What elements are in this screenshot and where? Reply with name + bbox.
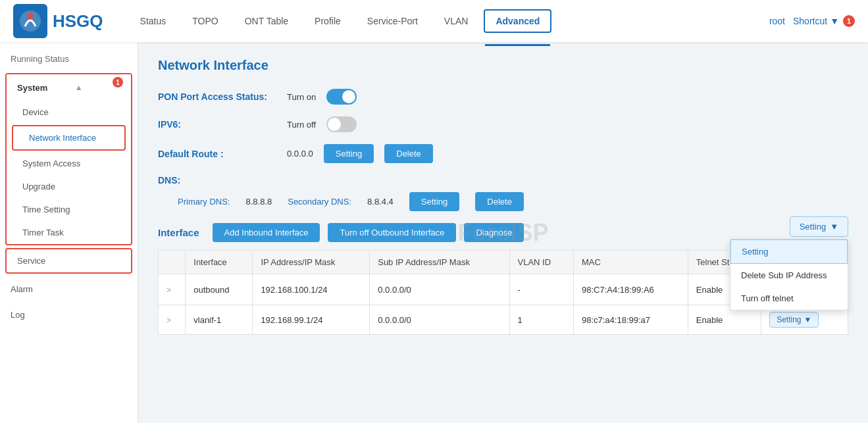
turn-off-outbound-button[interactable]: Turn off Outbound Interface xyxy=(328,223,456,242)
nav-vlan[interactable]: VLAN xyxy=(434,11,479,32)
dns-delete-button[interactable]: Delete xyxy=(475,192,524,211)
row2-chevron-icon: ▼ xyxy=(804,315,812,324)
setting-dropdown-container: Setting ▼ Setting Delete Sub IP Address … xyxy=(790,216,848,237)
pon-port-toggle[interactable] xyxy=(326,89,357,105)
primary-dns-value: 8.8.8.8 xyxy=(245,197,272,207)
main-nav: Status TOPO ONT Table Profile Service-Po… xyxy=(130,9,769,33)
sidebar-item-system-access[interactable]: System Access xyxy=(7,152,131,175)
col-expand xyxy=(159,251,186,274)
dns-section: DNS: Primary DNS: 8.8.8.8 Secondary DNS:… xyxy=(158,175,848,211)
row2-sub-ip-mask: 0.0.0.0/0 xyxy=(370,305,509,335)
dns-setting-button[interactable]: Setting xyxy=(409,192,459,211)
sidebar-item-alarm[interactable]: Alarm xyxy=(0,276,138,302)
row2-setting-label: Setting xyxy=(777,315,801,324)
row2-interface: vlanif-1 xyxy=(186,305,253,335)
add-inbound-button[interactable]: Add Inbound Interface xyxy=(213,223,320,242)
secondary-dns-label: Secondary DNS: xyxy=(288,197,351,207)
nav-topo[interactable]: TOPO xyxy=(182,11,228,32)
dropdown-item-delete-sub-ip[interactable]: Delete Sub IP Address xyxy=(730,264,848,287)
nav-service-port[interactable]: Service-Port xyxy=(357,11,428,32)
svg-point-1 xyxy=(27,12,34,19)
sidebar: Running Status System ▲ 1 Device Network… xyxy=(0,42,138,423)
shortcut-button[interactable]: Shortcut ▼ 1 xyxy=(793,15,855,27)
layout: Running Status System ▲ 1 Device Network… xyxy=(0,42,868,423)
ipv6-toggle-knob xyxy=(328,118,341,131)
primary-dns-label: Primary DNS: xyxy=(178,197,230,207)
row1-ip-mask: 192.168.100.1/24 xyxy=(253,274,370,305)
col-ip-mask: IP Address/IP Mask xyxy=(253,251,370,274)
header: HSGQ Status TOPO ONT Table Profile Servi… xyxy=(0,0,868,42)
sidebar-item-service[interactable]: Service xyxy=(5,248,132,274)
page-title: Network Interface xyxy=(158,58,848,73)
row2-mac: 98:c7:a4:18:99:a7 xyxy=(573,305,688,335)
row2-setting-button[interactable]: Setting ▼ xyxy=(769,312,819,328)
pon-port-label: PON Port Access Status: xyxy=(158,91,276,102)
setting-dropdown-label: Setting xyxy=(800,222,826,232)
interface-header: Interface Add Inbound Interface Turn off… xyxy=(158,223,848,242)
ipv6-row: IPV6: Turn off xyxy=(158,116,848,132)
sidebar-item-upgrade[interactable]: Upgrade xyxy=(7,175,131,198)
main-content: ForoISP Network Interface PON Port Acces… xyxy=(138,42,868,423)
nav-right: root Shortcut ▼ 1 xyxy=(769,15,855,27)
pon-port-value: Turn on xyxy=(287,92,316,102)
col-mac: MAC xyxy=(573,251,688,274)
nav-profile[interactable]: Profile xyxy=(304,11,351,32)
user-label: root xyxy=(769,16,785,26)
interface-label: Interface xyxy=(158,227,199,238)
default-route-setting-button[interactable]: Setting xyxy=(324,144,374,163)
col-vlan-id: VLAN ID xyxy=(509,251,573,274)
default-route-row: Default Route : 0.0.0.0 Setting Delete xyxy=(158,144,848,163)
shortcut-badge: 1 xyxy=(843,15,855,27)
system-section: System ▲ 1 Device Network Interface Syst… xyxy=(5,73,132,245)
row2-ip-mask: 192.168.99.1/24 xyxy=(253,305,370,335)
default-route-label: Default Route : xyxy=(158,149,276,159)
pon-port-row: PON Port Access Status: Turn on xyxy=(158,89,848,105)
secondary-dns-value: 8.8.4.4 xyxy=(367,197,394,207)
row2-vlan-id: 1 xyxy=(509,305,573,335)
setting-dropdown-menu: Setting Delete Sub IP Address Turn off t… xyxy=(730,239,848,311)
system-section-header[interactable]: System ▲ 1 xyxy=(7,74,131,101)
chevron-down-icon: ▼ xyxy=(830,16,839,26)
expand-icon-row1[interactable]: > xyxy=(166,286,171,295)
sidebar-item-time-setting[interactable]: Time Setting xyxy=(7,198,131,221)
dns-row: Primary DNS: 8.8.8.8 Secondary DNS: 8.8.… xyxy=(158,192,848,211)
sidebar-item-timer-task[interactable]: Timer Task xyxy=(7,221,131,244)
dropdown-item-setting[interactable]: Setting xyxy=(730,239,848,264)
sidebar-item-network-interface[interactable]: Network Interface xyxy=(12,125,126,151)
logo-icon xyxy=(13,4,47,38)
nav-ont-table[interactable]: ONT Table xyxy=(234,11,299,32)
sidebar-item-log[interactable]: Log xyxy=(0,302,138,328)
system-label: System xyxy=(17,83,47,93)
dropdown-item-turn-off-telnet[interactable]: Turn off telnet xyxy=(730,287,848,310)
logo-text: HSGQ xyxy=(53,11,103,32)
nav-advanced[interactable]: Advanced xyxy=(484,9,551,33)
shortcut-label: Shortcut xyxy=(793,16,827,26)
running-status-label: Running Status xyxy=(0,42,138,70)
ipv6-toggle[interactable] xyxy=(326,116,357,132)
logo-area: HSGQ xyxy=(13,4,103,38)
dns-label: DNS: xyxy=(158,175,180,186)
default-route-value: 0.0.0.0 xyxy=(287,149,313,159)
diagnose-button[interactable]: Diagnose xyxy=(464,223,524,242)
dropdown-chevron-icon: ▼ xyxy=(830,222,838,232)
nav-status[interactable]: Status xyxy=(130,11,177,32)
col-interface: Interface xyxy=(186,251,253,274)
sidebar-item-device[interactable]: Device xyxy=(7,101,131,124)
toggle-knob xyxy=(342,90,355,103)
row1-sub-ip-mask: 0.0.0.0/0 xyxy=(370,274,509,305)
setting-dropdown-button[interactable]: Setting ▼ xyxy=(790,216,848,237)
ipv6-label: IPV6: xyxy=(158,119,276,130)
default-route-delete-button[interactable]: Delete xyxy=(384,144,433,163)
system-badge: 1 xyxy=(113,77,123,87)
ipv6-value: Turn off xyxy=(287,120,316,130)
expand-icon-row2[interactable]: > xyxy=(166,316,171,325)
chevron-up-icon: ▲ xyxy=(75,83,83,92)
col-sub-ip-mask: Sub IP Address/IP Mask xyxy=(370,251,509,274)
row1-interface: outbound xyxy=(186,274,253,305)
row1-mac: 98:C7:A4:18:99:A6 xyxy=(573,274,688,305)
row1-vlan-id: - xyxy=(509,274,573,305)
